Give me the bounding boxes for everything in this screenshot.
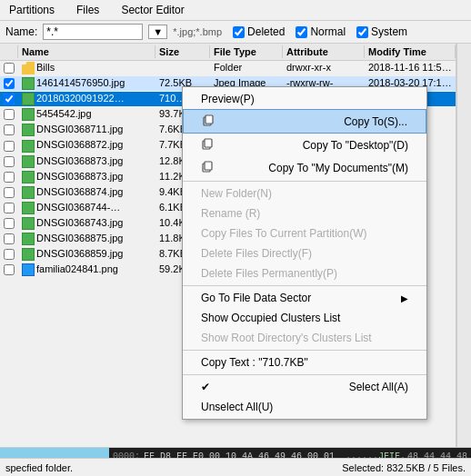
jpg-icon <box>22 108 35 121</box>
row-name: DNSGI0368872.jpg <box>18 138 155 153</box>
row-name: DNSGI0368873.jpg <box>18 154 155 169</box>
ctx-show-clusters[interactable]: Show Occupied Clusters List <box>183 308 426 328</box>
jpg-icon <box>22 217 35 230</box>
row-type: Folder <box>210 61 283 75</box>
status-left: specfied folder. <box>5 462 342 473</box>
normal-checkbox[interactable] <box>296 26 307 38</box>
ctx-copy-to[interactable]: Copy To(S)... <box>183 109 426 134</box>
ctx-select-all-label: Select All(A) <box>349 381 408 393</box>
ctx-preview[interactable]: Preview(P) <box>183 89 426 109</box>
menu-bar: Partitions Files Sector Editor <box>0 0 471 21</box>
deleted-label: Deleted <box>247 25 285 38</box>
jpg-icon <box>22 171 35 183</box>
ctx-unselect-all[interactable]: Unselect All(U) <box>183 397 426 417</box>
ctx-goto-sector[interactable]: Go To File Data Sector ▶ <box>183 288 426 308</box>
svg-rect-3 <box>205 139 212 147</box>
status-bar: specfied folder. Selected: 832.5KB / 5 F… <box>0 458 471 476</box>
ctx-copy-to-label: Copy To(S)... <box>344 115 407 128</box>
table-header: Name Size File Type Attribute Modify Tim… <box>0 44 456 61</box>
row-name: familia024841.png <box>18 263 155 277</box>
ctx-delete-directly-label: Delete Files Directly(F) <box>201 247 312 260</box>
ctx-rename: Rename (R) <box>183 203 426 223</box>
jpg-icon <box>22 186 35 199</box>
ctx-unselect-all-label: Unselect All(U) <box>201 401 273 413</box>
system-label: System <box>371 25 407 38</box>
row-time: 2018-11-16 11:57:58 <box>365 61 456 75</box>
ctx-copy-desktop[interactable]: Copy To "Desktop"(D) <box>183 134 426 156</box>
row-check[interactable] <box>0 92 18 106</box>
copy-icon <box>202 114 215 129</box>
copy-docs-icon <box>201 160 214 175</box>
check-icon: ✔ <box>201 381 210 393</box>
row-name: DNSGI0368711.jpg <box>18 123 155 137</box>
col-time[interactable]: Modify Time <box>365 45 456 58</box>
row-name: 20180320091922… <box>18 92 155 106</box>
menu-files[interactable]: Files <box>71 2 105 18</box>
row-name: Bills <box>18 61 155 75</box>
menu-sector-editor[interactable]: Sector Editor <box>115 2 189 18</box>
status-right: Selected: 832.5KB / 5 Files. <box>342 462 466 473</box>
ctx-sep-2 <box>183 285 426 286</box>
ctx-show-root: Show Root Directory's Clusters List <box>183 328 426 348</box>
col-type[interactable]: File Type <box>210 45 283 58</box>
ctx-new-folder: New Folder(N) <box>183 183 426 203</box>
jpg-icon <box>22 140 35 153</box>
col-size[interactable]: Size <box>155 45 210 58</box>
ctx-rename-label: Rename (R) <box>201 207 260 220</box>
ctx-copy-desktop-label: Copy To "Desktop"(D) <box>303 139 408 152</box>
system-checkbox[interactable] <box>356 26 368 38</box>
ctx-copy-partition: Copy Files To Current Partition(W) <box>183 223 426 243</box>
svg-rect-5 <box>205 162 212 170</box>
row-name: DNSGI0368875.jpg <box>18 232 155 246</box>
name-dropdown[interactable]: ▼ <box>148 25 167 39</box>
ctx-delete-directly: Delete Files Directly(F) <box>183 243 426 263</box>
ctx-copy-partition-label: Copy Files To Current Partition(W) <box>201 227 367 240</box>
row-attr: drwxr-xr-x <box>283 61 365 75</box>
ctx-delete-permanently-label: Delete Files Permanently(P) <box>201 267 337 280</box>
menu-partitions[interactable]: Partitions <box>4 2 60 18</box>
col-attr[interactable]: Attribute <box>283 45 365 58</box>
name-input[interactable] <box>43 24 143 40</box>
jpg-icon <box>22 248 35 261</box>
ctx-copy-docs[interactable]: Copy To "My Documents"(M) <box>183 156 426 179</box>
row-name: DNSGI0368873.jpg <box>18 170 155 184</box>
row-check[interactable] <box>0 76 18 91</box>
jpg-icon <box>22 233 35 245</box>
ctx-select-all[interactable]: ✔ Select All(A) <box>183 377 426 397</box>
row-name: DNSGI0368874.jpg <box>18 185 155 200</box>
ctx-goto-sector-label: Go To File Data Sector <box>201 292 311 304</box>
col-check <box>0 45 18 58</box>
ctx-preview-label: Preview(P) <box>201 93 255 105</box>
row-name: 1461414576950.jpg <box>18 76 155 91</box>
scrollbar[interactable] <box>456 44 471 447</box>
deleted-group: Deleted <box>233 25 285 38</box>
row-name: DNSGI0368859.jpg <box>18 247 155 262</box>
table-row[interactable]: Bills Folder drwxr-xr-x 2018-11-16 11:57… <box>0 61 456 76</box>
filter-hint: *.jpg;*.bmp <box>173 26 222 37</box>
jpg-icon <box>22 155 35 168</box>
row-check[interactable] <box>0 61 18 75</box>
folder-icon <box>22 62 35 74</box>
png-icon <box>22 263 35 276</box>
deleted-checkbox[interactable] <box>233 26 245 38</box>
row-name: DNSGI0368744-… <box>18 201 155 215</box>
ctx-copy-docs-label: Copy To "My Documents"(M) <box>268 162 408 174</box>
normal-label: Normal <box>310 25 346 38</box>
ctx-copy-text-label: Copy Text : "710.7KB" <box>201 356 308 369</box>
jpg-icon <box>22 93 35 105</box>
row-name: DNSGI0368743.jpg <box>18 216 155 231</box>
toolbar: Name: ▼ *.jpg;*.bmp Deleted Normal Syste… <box>0 21 471 44</box>
normal-group: Normal <box>296 25 346 38</box>
ctx-copy-text[interactable]: Copy Text : "710.7KB" <box>183 352 426 372</box>
jpg-icon <box>22 77 35 90</box>
ctx-sep-4 <box>183 374 426 375</box>
ctx-arrow-icon: ▶ <box>401 293 408 303</box>
ctx-delete-permanently: Delete Files Permanently(P) <box>183 263 426 283</box>
ctx-sep-3 <box>183 350 426 351</box>
col-name[interactable]: Name <box>18 45 155 58</box>
ctx-sep-1 <box>183 181 426 182</box>
row-name: 5454542.jpg <box>18 107 155 122</box>
context-menu: Preview(P) Copy To(S)... Copy To "Deskto… <box>182 86 427 420</box>
ctx-show-root-label: Show Root Directory's Clusters List <box>201 332 372 344</box>
ctx-new-folder-label: New Folder(N) <box>201 187 272 200</box>
